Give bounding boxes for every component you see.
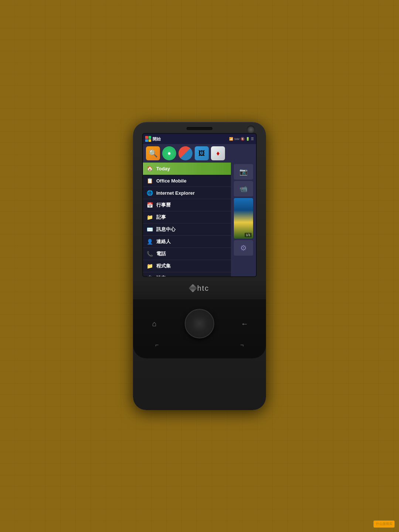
gear-icon: ⚙ bbox=[240, 243, 247, 252]
notes-label: 記事 bbox=[156, 214, 166, 221]
menu-icon: ☰ bbox=[251, 137, 254, 141]
phone-screen: 開始 📶 SIM 🔇 🔋 ☰ 🔍 ● 🖼 ♦ bbox=[142, 133, 257, 277]
dpad[interactable] bbox=[185, 309, 214, 338]
menu-item-ie[interactable]: 🌐 Internet Explorer bbox=[143, 187, 231, 199]
programs-label: 程式集 bbox=[156, 263, 171, 269]
app-icon-cards[interactable]: ♦ bbox=[211, 146, 225, 160]
video-button[interactable]: 📹 bbox=[234, 181, 253, 197]
htc-brand-text: htc bbox=[197, 284, 209, 293]
app-icon-green[interactable]: ● bbox=[162, 146, 176, 160]
navigation-area: ⌂ ← ⌐ ¬ bbox=[133, 299, 266, 358]
front-camera bbox=[247, 126, 255, 134]
htc-logo: htc bbox=[190, 284, 209, 293]
volume-icon: 🔇 bbox=[241, 137, 245, 141]
messaging-icon: ✉️ bbox=[146, 226, 153, 233]
screen-content: 🏠 Today 📋 Office Mobile 🌐 Internet Explo… bbox=[143, 163, 256, 277]
start-label[interactable]: 開始 bbox=[153, 136, 161, 142]
menu-item-notes[interactable]: 📁 記事 bbox=[143, 211, 231, 224]
contacts-label: 連絡人 bbox=[156, 238, 171, 245]
calendar-label: 行事曆 bbox=[156, 202, 171, 208]
nav-bottom-row: ⌐ ¬ bbox=[137, 341, 262, 349]
phone-label: 電話 bbox=[156, 250, 166, 257]
video-icon: 📹 bbox=[239, 185, 248, 193]
settings-label: 設定 bbox=[156, 275, 166, 277]
menu-item-settings[interactable]: ⚙️ 設定 bbox=[143, 272, 231, 277]
today-label: Today bbox=[156, 166, 170, 171]
battery-icon: 🔋 bbox=[246, 137, 250, 141]
gear-button[interactable]: ⚙ bbox=[234, 240, 253, 256]
app-icon-opera[interactable] bbox=[178, 146, 192, 160]
camera-icon: 📷 bbox=[239, 168, 248, 176]
right-sidebar: 📷 📹 1/1 ⚙ bbox=[231, 163, 256, 277]
htc-branding-area: htc bbox=[133, 277, 266, 299]
app-icons-row: 🔍 ● 🖼 ♦ bbox=[143, 144, 256, 163]
messaging-label: 訊息中心 bbox=[156, 226, 175, 233]
menu-list: 🏠 Today 📋 Office Mobile 🌐 Internet Explo… bbox=[143, 163, 231, 277]
windows-logo bbox=[145, 136, 151, 142]
nav-top-row: ⌂ ← bbox=[137, 309, 262, 338]
menu-item-calendar[interactable]: 📅 行事曆 bbox=[143, 199, 231, 211]
app-icon-photos[interactable]: 🖼 bbox=[195, 146, 209, 160]
left-soft-key[interactable]: ⌐ bbox=[151, 341, 163, 349]
phone-top bbox=[133, 122, 266, 133]
phone-device: 開始 📶 SIM 🔇 🔋 ☰ 🔍 ● 🖼 ♦ bbox=[133, 122, 266, 410]
menu-item-office[interactable]: 📋 Office Mobile bbox=[143, 175, 231, 187]
watermark: 什么值得买 bbox=[374, 521, 395, 528]
signal-icon: 📶 bbox=[229, 137, 233, 141]
speaker bbox=[187, 127, 212, 130]
menu-item-programs[interactable]: 📁 程式集 bbox=[143, 260, 231, 272]
phone-icon: 📞 bbox=[146, 250, 153, 258]
contacts-icon: 👤 bbox=[146, 238, 153, 245]
menu-item-phone[interactable]: 📞 電話 bbox=[143, 248, 231, 260]
status-left: 開始 bbox=[145, 136, 161, 142]
camera-button[interactable]: 📷 bbox=[234, 164, 253, 180]
notes-icon: 📁 bbox=[146, 214, 153, 221]
calendar-icon: 📅 bbox=[146, 201, 153, 209]
back-button[interactable]: ← bbox=[238, 317, 251, 330]
htc-diamond-icon bbox=[188, 284, 197, 293]
menu-item-messaging[interactable]: ✉️ 訊息中心 bbox=[143, 224, 231, 236]
home-icon: ⌂ bbox=[152, 320, 157, 328]
ie-icon: 🌐 bbox=[146, 189, 153, 197]
status-bar: 開始 📶 SIM 🔇 🔋 ☰ bbox=[143, 134, 256, 144]
settings-icon: ⚙️ bbox=[146, 274, 153, 277]
right-soft-icon: ¬ bbox=[240, 342, 243, 348]
left-soft-icon: ⌐ bbox=[155, 342, 158, 348]
photo-preview[interactable]: 1/1 bbox=[234, 198, 253, 239]
office-label: Office Mobile bbox=[156, 178, 187, 184]
menu-item-today[interactable]: 🏠 Today bbox=[143, 163, 231, 175]
app-icon-folder[interactable]: 🔍 bbox=[146, 146, 160, 160]
programs-icon: 📁 bbox=[146, 262, 153, 270]
right-soft-key[interactable]: ¬ bbox=[236, 341, 248, 349]
status-icons: 📶 SIM 🔇 🔋 ☰ bbox=[229, 137, 254, 141]
menu-item-contacts[interactable]: 👤 連絡人 bbox=[143, 236, 231, 248]
photo-counter: 1/1 bbox=[245, 233, 252, 237]
office-icon: 📋 bbox=[146, 177, 153, 184]
sim-icon: SIM bbox=[234, 137, 239, 141]
home-button[interactable]: ⌂ bbox=[148, 317, 161, 330]
back-icon: ← bbox=[241, 320, 248, 328]
today-icon: 🏠 bbox=[146, 165, 153, 172]
ie-label: Internet Explorer bbox=[156, 190, 195, 196]
